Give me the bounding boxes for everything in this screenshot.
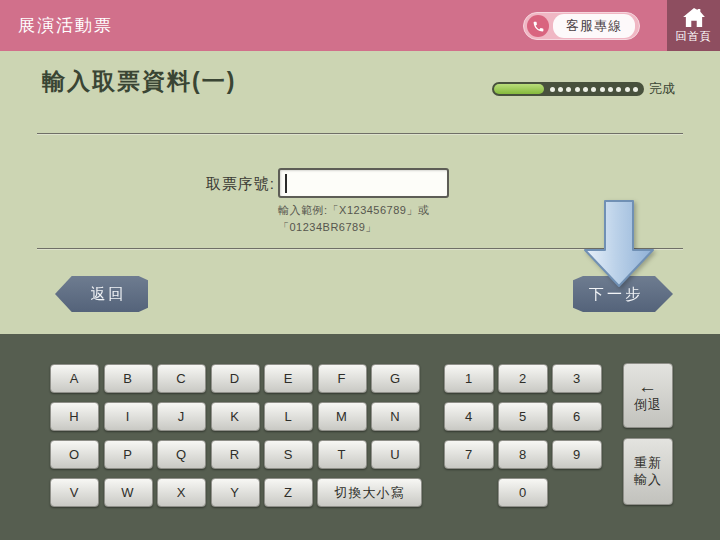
key-G[interactable]: G	[371, 364, 420, 393]
home-button[interactable]: 回首頁	[667, 0, 720, 51]
phone-icon	[527, 15, 549, 37]
progress-dot	[566, 87, 571, 92]
content-area: 輸入取票資料(一) 完成 取票序號: 輸入範例:「X123456789」或 「0…	[0, 51, 720, 334]
key-D[interactable]: D	[211, 364, 260, 393]
serial-field-label: 取票序號:	[160, 175, 275, 194]
divider	[37, 133, 683, 135]
case-toggle-key[interactable]: 切換大小寫	[317, 478, 422, 507]
progress-dot	[583, 87, 588, 92]
key-5[interactable]: 5	[498, 402, 548, 431]
key-6[interactable]: 6	[552, 402, 602, 431]
progress-dot	[591, 87, 596, 92]
home-icon	[683, 8, 705, 27]
key-4[interactable]: 4	[444, 402, 494, 431]
key-9[interactable]: 9	[552, 440, 602, 469]
key-M[interactable]: M	[318, 402, 367, 431]
reenter-label-line2: 輸入	[634, 472, 662, 488]
key-1[interactable]: 1	[444, 364, 494, 393]
key-T[interactable]: T	[318, 440, 367, 469]
key-H[interactable]: H	[50, 402, 99, 431]
key-C[interactable]: C	[157, 364, 206, 393]
progress-dot	[600, 87, 605, 92]
down-arrow-indicator	[582, 200, 656, 288]
key-F[interactable]: F	[318, 364, 367, 393]
progress-fill	[494, 84, 544, 94]
key-V[interactable]: V	[50, 478, 99, 507]
page-title: 輸入取票資料(一)	[42, 66, 236, 97]
progress-dot	[550, 87, 555, 92]
key-Z[interactable]: Z	[264, 478, 313, 507]
backspace-label: 倒退	[634, 397, 662, 413]
progress-dot	[608, 87, 613, 92]
key-Q[interactable]: Q	[157, 440, 206, 469]
key-8[interactable]: 8	[498, 440, 548, 469]
key-0[interactable]: 0	[498, 478, 548, 507]
progress-track	[492, 82, 644, 96]
reenter-key[interactable]: 重新 輸入	[623, 438, 673, 505]
key-N[interactable]: N	[371, 402, 420, 431]
progress-dots	[550, 82, 638, 96]
key-Y[interactable]: Y	[211, 478, 260, 507]
progress-done-label: 完成	[649, 80, 675, 98]
input-hint-line1: 輸入範例:「X123456789」或	[278, 203, 429, 218]
customer-service-label: 客服專線	[553, 14, 635, 38]
key-R[interactable]: R	[211, 440, 260, 469]
home-button-label: 回首頁	[676, 29, 712, 44]
onscreen-keyboard: ← 倒退 重新 輸入 ABCDEFGHIJKLMNOPQRSTUVWXYZ切換大…	[0, 334, 720, 540]
key-W[interactable]: W	[104, 478, 153, 507]
key-2[interactable]: 2	[498, 364, 548, 393]
input-hint-line2: 「01234BR6789」	[278, 220, 377, 235]
back-button-label: 返回	[91, 285, 127, 302]
kiosk-screen: 展演活動票 客服專線 回首頁 輸入取票資料(一) 完成 取票序號: 輸入範例:「…	[0, 0, 720, 540]
key-P[interactable]: P	[104, 440, 153, 469]
left-arrow-icon: ←	[638, 377, 658, 396]
text-caret	[285, 174, 287, 193]
key-I[interactable]: I	[104, 402, 153, 431]
key-A[interactable]: A	[50, 364, 99, 393]
app-title: 展演活動票	[18, 0, 113, 51]
key-E[interactable]: E	[264, 364, 313, 393]
customer-service-button[interactable]: 客服專線	[523, 12, 640, 40]
key-3[interactable]: 3	[552, 364, 602, 393]
key-K[interactable]: K	[211, 402, 260, 431]
key-U[interactable]: U	[371, 440, 420, 469]
reenter-label-line1: 重新	[634, 455, 662, 471]
key-X[interactable]: X	[157, 478, 206, 507]
key-J[interactable]: J	[157, 402, 206, 431]
progress-dot	[575, 87, 580, 92]
progress-dot	[633, 87, 638, 92]
progress-dot	[558, 87, 563, 92]
progress-indicator: 完成	[492, 80, 675, 98]
key-L[interactable]: L	[264, 402, 313, 431]
backspace-key[interactable]: ← 倒退	[623, 363, 673, 428]
key-S[interactable]: S	[264, 440, 313, 469]
progress-dot	[625, 87, 630, 92]
top-bar: 展演活動票 客服專線 回首頁	[0, 0, 720, 51]
progress-dot	[616, 87, 621, 92]
key-B[interactable]: B	[104, 364, 153, 393]
key-O[interactable]: O	[50, 440, 99, 469]
back-button[interactable]: 返回	[55, 276, 148, 312]
key-7[interactable]: 7	[444, 440, 494, 469]
serial-input[interactable]	[278, 168, 449, 198]
